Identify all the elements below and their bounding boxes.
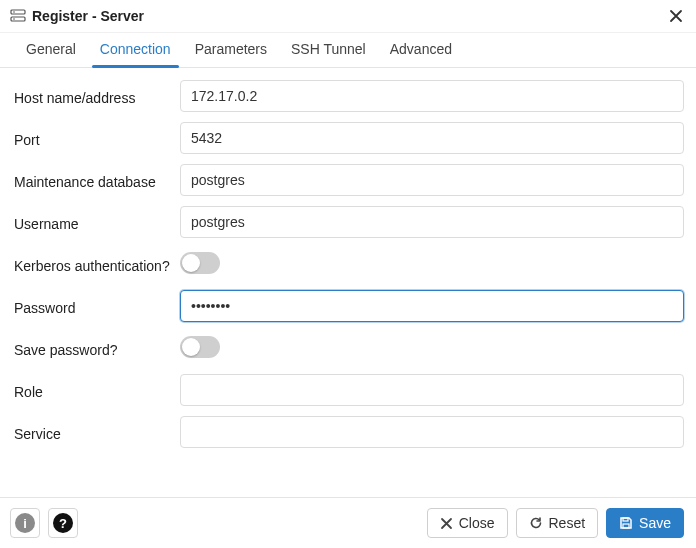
port-input[interactable] [180,122,684,154]
svg-point-3 [13,18,15,20]
save-button[interactable]: Save [606,508,684,538]
kerberos-toggle[interactable] [180,252,220,274]
svg-rect-4 [623,518,628,521]
tab-bar: General Connection Parameters SSH Tunnel… [0,33,696,68]
tab-general[interactable]: General [14,33,88,67]
svg-rect-0 [11,10,25,14]
tab-advanced[interactable]: Advanced [378,33,464,67]
svg-point-2 [13,11,15,13]
password-input[interactable] [180,290,684,322]
host-label: Host name/address [14,80,180,108]
role-label: Role [14,374,180,402]
kerberos-label: Kerberos authentication? [14,248,180,276]
username-input[interactable] [180,206,684,238]
host-input[interactable] [180,80,684,112]
info-icon: i [15,513,35,533]
password-label: Password [14,290,180,318]
close-button[interactable]: Close [427,508,508,538]
reset-button-label: Reset [549,515,586,531]
svg-rect-1 [11,17,25,21]
save-icon [619,516,633,530]
save-button-label: Save [639,515,671,531]
dialog-title: Register - Server [32,8,666,24]
maintenance-db-label: Maintenance database [14,164,180,192]
info-button[interactable]: i [10,508,40,538]
reset-icon [529,516,543,530]
close-icon[interactable] [666,6,686,26]
server-icon [10,8,26,24]
help-button[interactable]: ? [48,508,78,538]
form-body: Host name/address Port Maintenance datab… [0,68,696,497]
port-label: Port [14,122,180,150]
username-label: Username [14,206,180,234]
reset-button[interactable]: Reset [516,508,599,538]
maintenance-db-input[interactable] [180,164,684,196]
dialog-titlebar: Register - Server [0,0,696,33]
question-icon: ? [53,513,73,533]
close-button-label: Close [459,515,495,531]
dialog-footer: i ? Close Reset Save [0,497,696,548]
x-icon [440,517,453,530]
service-label: Service [14,416,180,444]
tab-connection[interactable]: Connection [88,33,183,67]
tab-parameters[interactable]: Parameters [183,33,279,67]
save-password-toggle[interactable] [180,336,220,358]
service-input[interactable] [180,416,684,448]
save-password-label: Save password? [14,332,180,360]
tab-ssh-tunnel[interactable]: SSH Tunnel [279,33,378,67]
role-input[interactable] [180,374,684,406]
svg-rect-5 [623,524,629,528]
